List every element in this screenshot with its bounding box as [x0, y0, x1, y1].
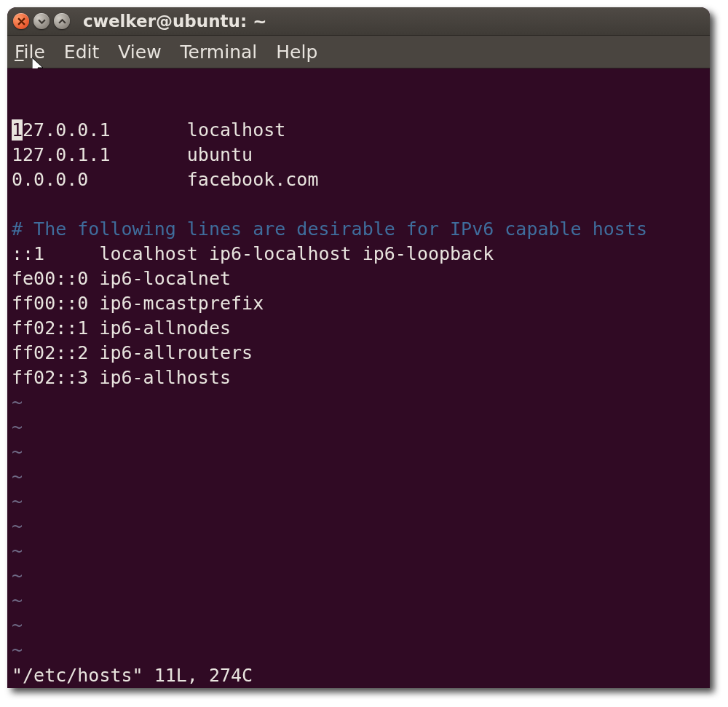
- chevron-up-icon: [58, 17, 66, 25]
- menu-terminal[interactable]: Terminal: [181, 42, 258, 63]
- file-content-line: ff00::0 ip6-mcastprefix: [7, 291, 710, 316]
- file-content-line: ff02::3 ip6-allhosts: [7, 366, 710, 390]
- vim-empty-line: ~: [7, 415, 710, 440]
- close-button[interactable]: [13, 13, 29, 29]
- titlebar[interactable]: cwelker@ubuntu: ~: [7, 7, 710, 36]
- file-content-line: 127.0.1.1 ubuntu: [7, 143, 710, 167]
- menu-edit[interactable]: Edit: [64, 42, 99, 63]
- file-content-line: ::1 localhost ip6-localhost ip6-loopback: [7, 242, 710, 266]
- vim-empty-line: ~: [7, 489, 710, 514]
- minimize-button[interactable]: [33, 13, 50, 29]
- file-content-line: [7, 192, 710, 217]
- terminal-window: cwelker@ubuntu: ~ File Edit View Termina…: [7, 7, 710, 688]
- vim-empty-line: ~: [7, 613, 710, 638]
- menu-view[interactable]: View: [118, 42, 161, 63]
- window-controls: [13, 13, 70, 29]
- window-title: cwelker@ubuntu: ~: [83, 12, 266, 31]
- menu-file[interactable]: File: [15, 42, 45, 63]
- file-comment-line: # The following lines are desirable for …: [7, 217, 710, 242]
- menu-help[interactable]: Help: [276, 42, 317, 63]
- vim-empty-line: ~: [7, 514, 710, 539]
- close-icon: [17, 17, 25, 25]
- vim-empty-line: ~: [7, 638, 710, 663]
- menubar: File Edit View Terminal Help: [7, 36, 710, 68]
- vim-empty-line: ~: [7, 390, 710, 415]
- file-content-line: fe00::0 ip6-localnet: [7, 266, 710, 291]
- text-cursor: 1: [12, 119, 23, 141]
- vim-empty-line: ~: [7, 465, 710, 489]
- terminal-body[interactable]: 127.0.0.1 localhost127.0.1.1 ubuntu0.0.0…: [7, 68, 710, 688]
- file-content-line: ff02::1 ip6-allnodes: [7, 316, 710, 341]
- vim-empty-line: ~: [7, 588, 710, 613]
- vim-empty-line: ~: [7, 440, 710, 465]
- chevron-down-icon: [38, 17, 46, 25]
- maximize-button[interactable]: [54, 13, 70, 29]
- file-content-line: 127.0.0.1 localhost: [7, 118, 710, 143]
- vim-status-line: "/etc/hosts" 11L, 274C: [7, 663, 710, 688]
- vim-empty-line: ~: [7, 564, 710, 588]
- file-content-line: 0.0.0.0 facebook.com: [7, 167, 710, 192]
- vim-empty-line: ~: [7, 539, 710, 564]
- file-content-line: ff02::2 ip6-allrouters: [7, 341, 710, 366]
